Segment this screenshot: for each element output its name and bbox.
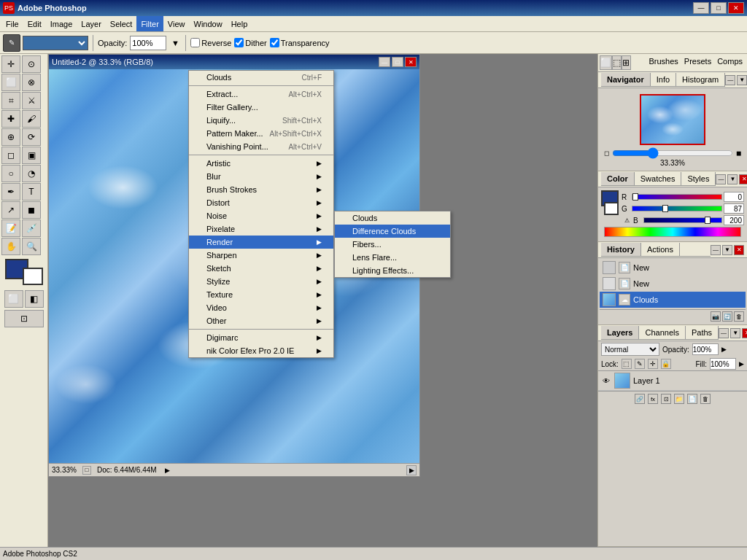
b-slider-thumb[interactable]	[705, 217, 711, 224]
r-value-input[interactable]	[724, 192, 744, 202]
color-spectrum[interactable]	[604, 227, 741, 237]
quick-mask-on[interactable]: ◧	[25, 290, 44, 308]
filter-pattern-maker[interactable]: Pattern Maker... Alt+Shift+Ctrl+X	[189, 127, 333, 140]
color-minimize[interactable]: —	[716, 174, 726, 184]
render-lighting-effects[interactable]: Lighting Effects...	[335, 264, 450, 277]
filter-texture[interactable]: Texture ▶	[189, 288, 333, 301]
r-slider-thumb[interactable]	[632, 193, 638, 201]
tab-color[interactable]: Color	[601, 172, 635, 185]
layers-fx-btn[interactable]: fx	[648, 394, 658, 404]
filter-pixelate[interactable]: Pixelate ▶	[189, 222, 333, 236]
close-button[interactable]: ✕	[728, 2, 744, 14]
layers-close[interactable]: ✕	[742, 328, 747, 338]
marquee-tool[interactable]: ⬜	[1, 74, 20, 91]
quick-mask-off[interactable]: ⬜	[4, 290, 23, 308]
filter-video[interactable]: Video ▶	[189, 301, 333, 314]
render-fibers[interactable]: Fibers...	[335, 238, 450, 251]
fill-input[interactable]	[710, 358, 736, 370]
reverse-checkbox[interactable]	[190, 38, 200, 47]
render-lens-flare[interactable]: Lens Flare...	[335, 251, 450, 264]
alert-icon[interactable]: ⚠	[622, 215, 632, 225]
layers-mask-btn[interactable]: ⊡	[661, 394, 671, 404]
b-value-input[interactable]	[724, 215, 744, 225]
navigator-options[interactable]: ▼	[737, 75, 747, 85]
tab-histogram[interactable]: Histogram	[676, 73, 725, 86]
clone-tool[interactable]: ⊕	[1, 128, 20, 146]
maximize-button[interactable]: □	[711, 2, 727, 14]
tab-swatches[interactable]: Swatches	[635, 172, 682, 185]
dodge-tool[interactable]: ◔	[22, 165, 41, 182]
brush-select[interactable]	[23, 36, 88, 50]
presets-tab[interactable]: Presets	[681, 55, 714, 70]
lock-image-btn[interactable]: ✎	[635, 359, 645, 369]
menu-layer[interactable]: Layer	[77, 16, 106, 31]
doc-minimize[interactable]: —	[379, 57, 390, 67]
g-value-input[interactable]	[724, 203, 744, 214]
zoom-plus-icon[interactable]: ◼	[736, 149, 741, 157]
color-close[interactable]: ✕	[739, 174, 747, 184]
lock-all-btn[interactable]: 🔒	[661, 359, 671, 369]
history-minimize[interactable]: —	[711, 245, 721, 255]
eyedropper-tool[interactable]: 💉	[22, 219, 41, 237]
layers-opacity-input[interactable]	[692, 343, 719, 355]
brushes-tab[interactable]: Brushes	[646, 55, 681, 70]
filter-artistic[interactable]: Artistic ▶	[189, 157, 333, 170]
filter-stylize[interactable]: Stylize ▶	[189, 275, 333, 288]
navigator-minimize[interactable]: —	[725, 75, 735, 85]
history-btn-3[interactable]: 🗑	[734, 311, 744, 322]
filter-digimarc[interactable]: Digimarc ▶	[189, 331, 333, 344]
bg-color-box[interactable]	[604, 202, 619, 215]
filter-sharpen[interactable]: Sharpen ▶	[189, 249, 333, 262]
minimize-button[interactable]: —	[693, 2, 709, 14]
g-slider-thumb[interactable]	[662, 205, 668, 212]
brush-tool[interactable]: 🖌	[22, 110, 41, 128]
filter-distort[interactable]: Distort ▶	[189, 196, 333, 209]
layers-group-btn[interactable]: 📁	[674, 394, 684, 404]
tab-layers[interactable]: Layers	[601, 326, 639, 339]
render-difference-clouds[interactable]: Difference Clouds	[335, 225, 450, 238]
type-tool[interactable]: T	[22, 183, 41, 201]
panel-tool-3[interactable]: ⊞	[622, 55, 631, 70]
transparency-checkbox[interactable]	[270, 38, 279, 47]
opacity-arrow[interactable]: ▼	[169, 37, 181, 49]
history-item-new-2[interactable]: 📄 New	[600, 276, 746, 292]
background-color[interactable]	[23, 268, 43, 285]
filter-brush-strokes[interactable]: Brush Strokes ▶	[189, 183, 333, 196]
zoom-minus-icon[interactable]: ◻	[604, 149, 609, 157]
zoom-tool[interactable]: 🔍	[22, 238, 41, 255]
doc-info-arrow[interactable]: ▶	[163, 465, 173, 475]
pen-tool[interactable]: ✒	[1, 183, 20, 201]
filter-render[interactable]: Render ▶	[189, 236, 333, 249]
layers-link-btn[interactable]: 🔗	[635, 394, 645, 404]
fill-arrow[interactable]: ▶	[739, 360, 744, 368]
comps-tab[interactable]: Comps	[714, 55, 746, 70]
color-options[interactable]: ▼	[727, 174, 738, 184]
filter-sketch[interactable]: Sketch ▶	[189, 262, 333, 275]
path-select-tool[interactable]: ↗	[1, 201, 20, 219]
magic-wand-tool[interactable]: ⊗	[22, 74, 41, 91]
filter-noise[interactable]: Noise ▶	[189, 209, 333, 222]
crop-tool[interactable]: ⌗	[1, 92, 20, 109]
menu-file[interactable]: File	[1, 16, 23, 31]
tab-actions[interactable]: Actions	[641, 243, 680, 256]
gradient-tool[interactable]: ▣	[22, 147, 41, 164]
heal-tool[interactable]: ✚	[1, 110, 20, 128]
dither-checkbox[interactable]	[234, 38, 244, 47]
hand-tool[interactable]: ✋	[1, 238, 20, 255]
menu-filter[interactable]: Filter	[136, 16, 163, 31]
doc-close[interactable]: ✕	[405, 57, 417, 67]
render-clouds[interactable]: Clouds	[335, 211, 450, 225]
history-close[interactable]: ✕	[734, 245, 744, 255]
history-btn-1[interactable]: 📷	[711, 311, 721, 322]
tab-channels[interactable]: Channels	[639, 326, 685, 339]
scroll-right[interactable]: ▶	[406, 465, 417, 475]
shape-tool[interactable]: ◼	[22, 201, 41, 219]
menu-image[interactable]: Image	[46, 16, 77, 31]
lock-position-btn[interactable]: ✛	[648, 359, 658, 369]
menu-help[interactable]: Help	[227, 16, 252, 31]
tab-history[interactable]: History	[601, 243, 641, 256]
filter-gallery[interactable]: Filter Gallery...	[189, 101, 333, 114]
layers-options[interactable]: ▼	[730, 328, 740, 338]
notes-tool[interactable]: 📝	[1, 219, 20, 237]
menu-edit[interactable]: Edit	[23, 16, 46, 31]
